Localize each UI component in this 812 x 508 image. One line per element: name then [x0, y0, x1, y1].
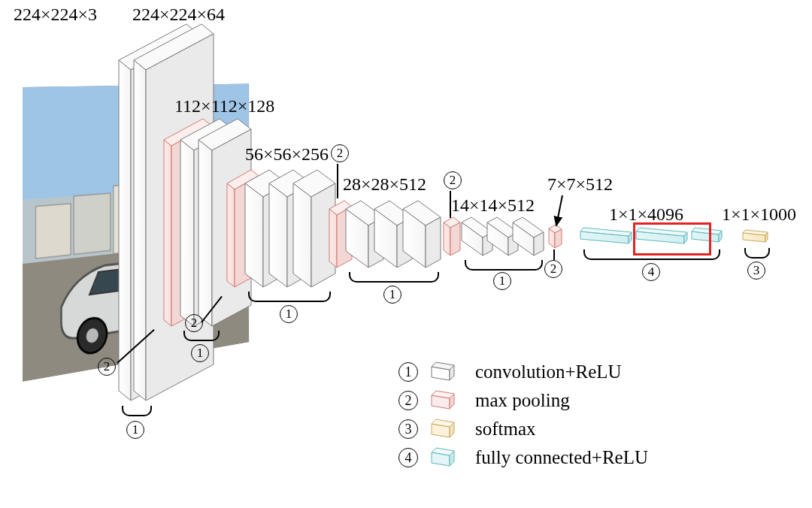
dim-fc: 1×1×4096 — [609, 204, 683, 225]
pool4 — [444, 217, 460, 256]
legend-row-conv: 1 convolution+ReLU — [398, 361, 648, 383]
legend-num-4: 4 — [398, 448, 418, 467]
dim-conv5: 14×14×512 — [451, 195, 535, 216]
ref-conv5: 1 — [493, 272, 511, 290]
legend: 1 convolution+ReLU 2 max pooling 3 — [398, 361, 648, 475]
ref-conv4: 1 — [383, 286, 401, 304]
brace-conv2 — [183, 331, 220, 341]
line-pool3 — [337, 164, 338, 198]
dim-input: 224×224×3 — [14, 5, 97, 25]
svg-marker-33 — [269, 183, 287, 287]
svg-marker-27 — [227, 183, 235, 287]
highlight-fc2 — [633, 222, 711, 256]
legend-num-2: 2 — [398, 391, 418, 410]
ref-fc: 4 — [642, 263, 660, 281]
svg-marker-12 — [119, 60, 131, 401]
line-pool4 — [450, 191, 451, 218]
legend-label-4: fully connected+ReLU — [475, 447, 648, 468]
legend-label-2: max pooling — [475, 390, 570, 411]
legend-cube-softmax — [429, 418, 465, 440]
ref-pool3: 2 — [331, 144, 349, 162]
brace-conv1 — [122, 406, 152, 416]
svg-marker-53 — [450, 222, 460, 256]
ref-conv2: 1 — [191, 344, 209, 362]
block-conv4 — [346, 201, 441, 268]
legend-label-1: convolution+ReLU — [475, 361, 622, 383]
svg-marker-50 — [426, 217, 441, 268]
ref-pool4: 2 — [444, 171, 462, 189]
ref-pool5: 2 — [544, 260, 562, 278]
dim-conv1: 224×224×64 — [132, 5, 225, 25]
svg-marker-39 — [329, 209, 337, 268]
brace-conv3 — [248, 292, 331, 302]
svg-marker-18 — [164, 140, 171, 326]
svg-marker-30 — [245, 183, 263, 287]
legend-label-3: softmax — [475, 419, 536, 440]
svg-marker-36 — [293, 183, 311, 287]
svg-marker-65 — [555, 229, 562, 248]
ref-pool1: 2 — [98, 358, 116, 376]
ref-pool2: 2 — [185, 314, 203, 332]
ref-conv1: 1 — [126, 421, 144, 439]
legend-num-3: 3 — [398, 419, 418, 439]
brace-softmax — [744, 248, 770, 259]
block-conv5 — [462, 217, 544, 256]
legend-num-1: 1 — [398, 362, 418, 382]
dim-conv4: 28×28×512 — [343, 174, 426, 195]
legend-cube-fc — [429, 446, 465, 469]
svg-marker-51 — [444, 222, 450, 256]
legend-row-fc: 4 fully connected+ReLU — [398, 446, 648, 469]
line-pool5 — [553, 249, 555, 260]
brace-conv4 — [349, 272, 439, 283]
legend-cube-pool — [429, 389, 465, 412]
svg-marker-24 — [198, 140, 212, 326]
dim-conv2: 112×112×128 — [174, 96, 274, 116]
block-conv3 — [245, 170, 335, 287]
dim-conv3: 56×56×256 — [245, 144, 329, 165]
svg-marker-21 — [180, 140, 194, 326]
svg-marker-15 — [134, 60, 146, 401]
legend-row-pool: 2 max pooling — [398, 389, 648, 412]
block-softmax — [743, 230, 768, 242]
brace-conv5 — [465, 260, 543, 271]
pool5 — [549, 225, 562, 248]
legend-row-softmax: 3 softmax — [398, 418, 648, 440]
legend-cube-conv — [429, 361, 465, 383]
dim-out: 1×1×1000 — [722, 204, 796, 225]
dim-pool5: 7×7×512 — [547, 174, 613, 195]
ref-conv3: 1 — [280, 305, 298, 323]
ref-softmax: 3 — [747, 262, 765, 280]
